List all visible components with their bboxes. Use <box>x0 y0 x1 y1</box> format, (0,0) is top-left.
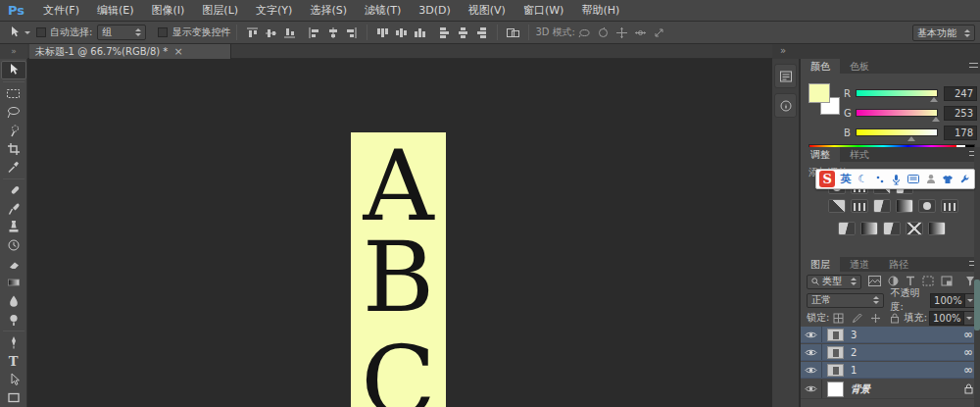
black-white-icon[interactable] <box>896 199 913 213</box>
ime-account-icon[interactable] <box>924 174 937 184</box>
distribute-left-edges-icon[interactable] <box>436 25 453 41</box>
3d-drag-icon[interactable] <box>613 25 630 41</box>
move-tool[interactable] <box>1 61 26 79</box>
red-slider-thumb[interactable] <box>930 97 938 102</box>
pen-tool[interactable] <box>1 333 26 352</box>
posterize-icon[interactable] <box>860 222 878 235</box>
tab-layers[interactable]: 图层 <box>801 257 840 272</box>
brush-tool[interactable] <box>1 199 26 218</box>
collapsed-history-panel-button[interactable] <box>774 64 797 88</box>
rectangle-tool[interactable] <box>1 388 26 407</box>
layer-visibility-eye-icon[interactable] <box>801 327 822 342</box>
sogou-ime-toolbar[interactable]: S 英 ☾ <box>815 169 975 189</box>
panel-scrollbar-thumb[interactable] <box>974 280 980 331</box>
hue-saturation-icon[interactable] <box>851 199 868 213</box>
menu-3d[interactable]: 3D(D) <box>410 4 460 17</box>
clone-stamp-tool[interactable] <box>1 218 26 236</box>
filter-pixel-layers-icon[interactable] <box>868 276 881 288</box>
panel-dock-collapse-button[interactable]: » <box>772 44 980 59</box>
layer-name[interactable]: 1 <box>851 365 857 376</box>
menu-view[interactable]: 视图(V) <box>460 3 514 18</box>
photo-filter-icon[interactable] <box>918 199 936 213</box>
layer-visibility-eye-icon[interactable] <box>801 362 822 378</box>
menu-select[interactable]: 选择(S) <box>301 3 356 18</box>
align-right-edges-icon[interactable] <box>343 25 360 41</box>
eraser-tool[interactable] <box>1 255 26 274</box>
dodge-tool[interactable] <box>1 310 26 329</box>
canvas-area[interactable]: A B C <box>27 59 772 407</box>
distribute-horizontal-centers-icon[interactable] <box>455 25 471 41</box>
3d-roll-icon[interactable] <box>595 25 612 41</box>
auto-select-checkbox[interactable] <box>36 27 46 37</box>
background-layer-thumbnail[interactable] <box>827 382 844 397</box>
align-bottom-edges-icon[interactable] <box>281 25 298 41</box>
tab-channels[interactable]: 通道 <box>840 257 879 272</box>
layer-visibility-eye-icon[interactable] <box>801 344 822 360</box>
ime-skin-icon[interactable] <box>941 175 954 184</box>
background-layer-row[interactable]: 背景 <box>801 380 980 399</box>
document-tab-close-icon[interactable]: × <box>173 47 182 57</box>
filter-smart-objects-icon[interactable] <box>941 276 953 288</box>
lasso-tool[interactable] <box>1 103 26 122</box>
quick-selection-tool[interactable] <box>1 121 26 139</box>
red-channel-slider[interactable] <box>856 89 938 97</box>
ime-punctuation-icon[interactable] <box>873 175 886 184</box>
ime-fullwidth-moon-icon[interactable]: ☾ <box>857 173 869 185</box>
gradient-tool[interactable] <box>1 274 26 292</box>
history-brush-tool[interactable] <box>1 236 26 255</box>
blend-mode-dropdown[interactable]: 正常 <box>807 293 884 308</box>
blue-slider-thumb[interactable] <box>907 136 915 141</box>
document-tab[interactable]: 未标题-1 @ 66.7%(RGB/8) * × <box>29 44 231 59</box>
type-tool[interactable]: T <box>1 352 26 371</box>
ime-microphone-icon[interactable] <box>890 174 903 185</box>
menu-help[interactable]: 帮助(H) <box>572 3 628 18</box>
layer-filter-type-dropdown[interactable]: 类型 <box>807 275 861 289</box>
align-left-edges-icon[interactable] <box>306 25 322 41</box>
foreground-color-swatch[interactable] <box>808 83 830 103</box>
menu-window[interactable]: 窗口(W) <box>514 3 572 18</box>
blur-tool[interactable] <box>1 291 26 310</box>
lock-image-pixels-icon[interactable] <box>849 310 865 327</box>
layer-link-icon[interactable]: ∞ <box>963 347 973 357</box>
channel-mixer-icon[interactable] <box>941 199 958 213</box>
document-artboard[interactable]: A B C <box>351 132 446 407</box>
color-panel-menu-icon[interactable] <box>965 59 980 74</box>
red-channel-value[interactable]: 247 <box>944 86 977 101</box>
menu-file[interactable]: 文件(F) <box>34 3 88 18</box>
gradient-map-icon[interactable] <box>906 222 923 235</box>
lock-all-icon[interactable] <box>886 310 903 327</box>
fill-value[interactable]: 100% <box>929 311 964 326</box>
opacity-value[interactable]: 100% <box>930 293 965 308</box>
show-transform-checkbox[interactable] <box>158 27 168 37</box>
spot-healing-brush-tool[interactable] <box>1 181 26 200</box>
layer-name[interactable]: 2 <box>851 347 857 358</box>
background-layer-name[interactable]: 背景 <box>851 382 870 396</box>
vibrance-icon[interactable] <box>828 199 846 213</box>
3d-slide-icon[interactable] <box>632 25 649 41</box>
tab-swatches[interactable]: 色板 <box>840 59 879 74</box>
ime-settings-wrench-icon[interactable] <box>958 174 971 184</box>
eyedropper-tool[interactable] <box>1 158 26 177</box>
workspace-switcher-dropdown[interactable]: 基本功能 <box>912 25 975 41</box>
preset-dropdown-arrow[interactable] <box>24 31 30 34</box>
green-channel-slider[interactable] <box>856 109 938 117</box>
layer-thumbnail[interactable] <box>827 364 844 377</box>
distribute-top-edges-icon[interactable] <box>374 25 391 41</box>
path-selection-tool[interactable] <box>1 371 26 389</box>
menu-type[interactable]: 文字(Y) <box>247 3 301 18</box>
green-channel-value[interactable]: 253 <box>944 106 977 121</box>
layer-thumbnail[interactable] <box>827 346 844 359</box>
menu-filter[interactable]: 滤镜(T) <box>356 3 410 18</box>
invert-icon[interactable] <box>838 222 856 235</box>
layer-row-1[interactable]: 1 ∞ <box>801 362 980 379</box>
toolbar-collapse-button[interactable]: » <box>0 44 27 59</box>
distribute-bottom-edges-icon[interactable] <box>412 25 428 41</box>
green-slider-thumb[interactable] <box>932 117 940 122</box>
3d-rotate-icon[interactable] <box>576 25 593 41</box>
align-top-edges-icon[interactable] <box>244 25 261 41</box>
layer-row-3[interactable]: 3 ∞ <box>801 327 980 343</box>
layer-link-icon[interactable]: ∞ <box>963 365 973 375</box>
layer-link-icon[interactable]: ∞ <box>963 330 973 339</box>
distribute-vertical-centers-icon[interactable] <box>393 25 410 41</box>
lock-position-icon[interactable] <box>867 310 884 327</box>
